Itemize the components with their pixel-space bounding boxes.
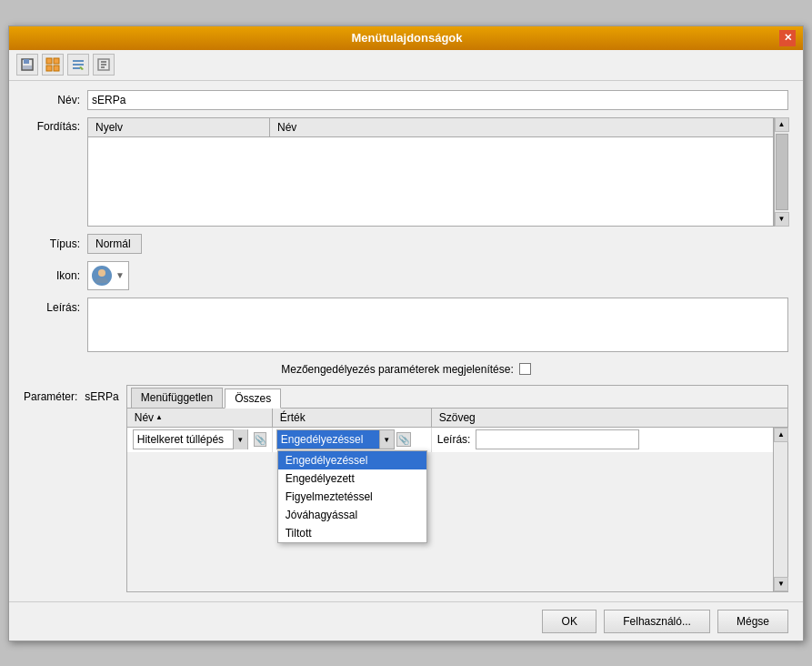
svg-rect-3 bbox=[46, 58, 52, 64]
svg-point-14 bbox=[98, 269, 105, 277]
param-table-container: Menüfüggetlen Összes Név ▲ Érték Szöveg bbox=[126, 385, 788, 592]
name-dropdown-text: Hitelkeret túllépés bbox=[134, 431, 233, 448]
ikon-dropdown[interactable]: ▼ bbox=[87, 261, 129, 290]
sort-icon: ▲ bbox=[155, 413, 163, 421]
scroll-up-arrow[interactable]: ▲ bbox=[775, 117, 789, 132]
param-scroll-down[interactable]: ▼ bbox=[774, 577, 788, 591]
toolbar-btn-2[interactable] bbox=[42, 54, 64, 76]
felhasznalo-button[interactable]: Felhasználó... bbox=[604, 610, 710, 633]
dropdown-item-1[interactable]: Engedélyezett bbox=[278, 469, 426, 488]
close-button[interactable]: ✕ bbox=[779, 30, 796, 46]
nev-row: Név: bbox=[24, 90, 788, 110]
tab-osszes-label: Összes bbox=[235, 392, 271, 405]
nev-input[interactable] bbox=[87, 90, 788, 110]
value-dropdown-selected: Engedélyezéssel bbox=[277, 430, 379, 449]
param-tabs: Menüfüggetlen Összes bbox=[127, 386, 787, 409]
table-header: Nyelv Név bbox=[88, 118, 773, 137]
name-dropdown-arrow: ▼ bbox=[233, 429, 247, 449]
megse-button[interactable]: Mégse bbox=[717, 610, 788, 633]
tab-osszes[interactable]: Összes bbox=[225, 388, 281, 409]
edit-icon bbox=[71, 57, 85, 72]
window-title: Menütulajdonságok bbox=[35, 31, 779, 45]
forditas-row: Fordítás: Nyelv Név ▲ ▼ bbox=[24, 117, 788, 227]
parameter-section: Paraméter: sERPa Menüfüggetlen Összes Né… bbox=[24, 385, 788, 592]
col-nev-header: Név ▲ bbox=[127, 409, 273, 427]
properties-icon bbox=[96, 57, 111, 72]
toolbar-btn-3[interactable] bbox=[67, 54, 89, 76]
col-szoveg-header: Szöveg bbox=[432, 409, 773, 427]
svg-rect-2 bbox=[23, 66, 32, 69]
param-rows: Hitelkeret túllépés ▼ 📎 Engedélyezéssel … bbox=[127, 428, 773, 591]
dropdown-item-0[interactable]: Engedélyezéssel bbox=[278, 451, 426, 469]
col-nev: Név bbox=[270, 118, 773, 136]
forditas-label: Fordítás: bbox=[24, 117, 80, 133]
nev-label: Név: bbox=[24, 94, 80, 106]
mezoe-checkbox[interactable] bbox=[519, 363, 531, 375]
name-attach-icon[interactable]: 📎 bbox=[254, 432, 266, 447]
dropdown-item-4[interactable]: Tiltott bbox=[278, 524, 426, 542]
dropdown-item-3[interactable]: Jóváhagyással bbox=[278, 506, 426, 524]
dropdown-item-2[interactable]: Figyelmeztetéssel bbox=[278, 488, 426, 506]
svg-rect-9 bbox=[73, 67, 80, 69]
svg-rect-4 bbox=[54, 58, 59, 64]
grid-icon bbox=[45, 57, 60, 72]
parameter-label: Paraméter: bbox=[24, 385, 77, 403]
param-scrollbar[interactable]: ▲ ▼ bbox=[773, 428, 787, 591]
param-cell-name: Hitelkeret túllépés ▼ 📎 bbox=[127, 428, 273, 452]
toolbar-btn-4[interactable] bbox=[93, 54, 115, 76]
content-area: Név: Fordítás: Nyelv Név ▲ ▼ bbox=[9, 81, 803, 601]
ikon-label: Ikon: bbox=[24, 269, 80, 282]
scroll-thumb[interactable] bbox=[776, 134, 788, 210]
leiras-textarea[interactable] bbox=[87, 298, 788, 352]
table-body bbox=[88, 137, 773, 226]
right-desc-area: Leírás: bbox=[437, 429, 640, 449]
toolbar bbox=[9, 50, 803, 81]
col-ertek-header: Érték bbox=[273, 409, 432, 427]
tab-menufuggetlen[interactable]: Menüfüggetlen bbox=[131, 388, 223, 408]
leiras-right-label: Leírás: bbox=[437, 433, 471, 446]
param-scroll-track bbox=[774, 442, 787, 577]
parameter-value: sERPa bbox=[85, 385, 118, 403]
table-row: Hitelkeret túllépés ▼ 📎 Engedélyezéssel … bbox=[127, 428, 773, 453]
tipus-row: Típus: Normál bbox=[24, 234, 788, 254]
translation-table: Nyelv Név bbox=[87, 117, 774, 227]
tipus-value: Normál bbox=[87, 234, 142, 254]
ikon-row: Ikon: ▼ bbox=[24, 261, 788, 290]
param-cell-value: Engedélyezéssel ▼ Engedélyezéssel Engedé… bbox=[273, 428, 432, 452]
scrollbar-placeholder bbox=[773, 409, 787, 427]
col-nyelv: Nyelv bbox=[88, 118, 270, 136]
scroll-down-arrow[interactable]: ▼ bbox=[775, 212, 789, 227]
mezoe-label: Mezőengedélyezés paraméterek megjeleníté… bbox=[281, 363, 513, 376]
title-bar: Menütulajdonságok ✕ bbox=[9, 26, 803, 50]
leiras-label: Leírás: bbox=[24, 298, 80, 314]
tipus-label: Típus: bbox=[24, 237, 80, 250]
svg-rect-6 bbox=[54, 66, 59, 71]
toolbar-btn-1[interactable] bbox=[16, 54, 38, 76]
value-dropdown[interactable]: Engedélyezéssel ▼ Engedélyezéssel Engedé… bbox=[276, 429, 395, 449]
svg-rect-1 bbox=[24, 59, 29, 64]
forditas-scrollbar[interactable]: ▲ ▼ bbox=[774, 117, 788, 227]
leiras-right-input[interactable] bbox=[476, 429, 639, 449]
value-dropdown-arrow: ▼ bbox=[379, 430, 394, 449]
svg-rect-8 bbox=[73, 64, 84, 66]
tab-menufuggetlen-label: Menüfüggetlen bbox=[141, 391, 213, 404]
save-icon bbox=[20, 57, 35, 72]
mezoe-row: Mezőengedélyezés paraméterek megjeleníté… bbox=[24, 359, 788, 379]
param-scroll-up[interactable]: ▲ bbox=[774, 428, 788, 442]
svg-rect-7 bbox=[73, 60, 84, 62]
leiras-row: Leírás: bbox=[24, 298, 788, 352]
bottom-bar: OK Felhasználó... Mégse bbox=[9, 601, 803, 641]
ikon-dropdown-arrow: ▼ bbox=[115, 270, 125, 280]
param-table-header: Név ▲ Érték Szöveg bbox=[127, 409, 787, 428]
ok-button[interactable]: OK bbox=[542, 610, 596, 633]
value-attach-icon[interactable]: 📎 bbox=[396, 432, 411, 447]
ikon-image bbox=[92, 266, 112, 286]
name-dropdown[interactable]: Hitelkeret túllépés ▼ bbox=[133, 429, 248, 449]
svg-rect-5 bbox=[46, 66, 52, 71]
main-window: Menütulajdonságok ✕ bbox=[8, 25, 804, 641]
param-table-body: Hitelkeret túllépés ▼ 📎 Engedélyezéssel … bbox=[127, 428, 787, 591]
dropdown-list: Engedélyezéssel Engedélyezett Figyelmezt… bbox=[277, 450, 427, 543]
param-cell-text: Leírás: bbox=[432, 428, 773, 452]
